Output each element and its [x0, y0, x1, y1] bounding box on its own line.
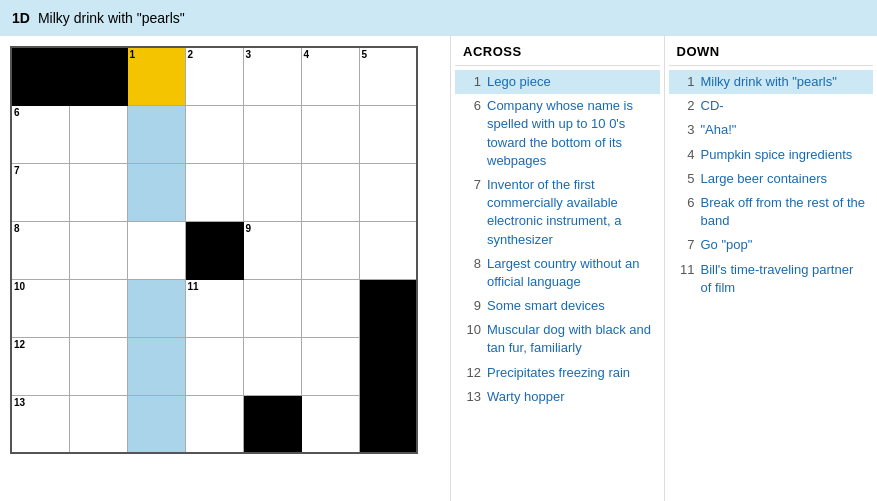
cell-r3c1[interactable]: 7: [11, 163, 69, 221]
cell-r4c6[interactable]: [301, 221, 359, 279]
clue-desc-2: CD-: [701, 97, 724, 115]
clue-num-6: 6: [463, 97, 481, 113]
clue-num-11: 11: [677, 261, 695, 277]
cell-r3c7[interactable]: [359, 163, 417, 221]
clue-num-2: 2: [677, 97, 695, 113]
cell-r2c1[interactable]: 6: [11, 105, 69, 163]
clue-desc-7: Inventor of the first commercially avail…: [487, 176, 652, 249]
grid-row-2: 6: [11, 105, 417, 163]
cell-r4c1[interactable]: 8: [11, 221, 69, 279]
cell-number-13: 13: [14, 398, 25, 408]
grid-row-7: 13: [11, 395, 417, 453]
clue-num-8: 8: [463, 255, 481, 271]
clue-desc-13: Warty hopper: [487, 388, 565, 406]
cell-r4c3[interactable]: [127, 221, 185, 279]
cell-number-3: 3: [246, 50, 252, 60]
cell-r6c6[interactable]: [301, 337, 359, 395]
clue-item-6[interactable]: 6Break off from the rest of the band: [669, 191, 874, 233]
cell-r2c2[interactable]: [69, 105, 127, 163]
cell-r7c2[interactable]: [69, 395, 127, 453]
clue-num-5: 5: [677, 170, 695, 186]
clue-num-1: 1: [463, 73, 481, 89]
clue-item-5[interactable]: 5Large beer containers: [669, 167, 874, 191]
cell-number-6: 6: [14, 108, 20, 118]
clue-desc-12: Precipitates freezing rain: [487, 364, 630, 382]
clue-item-4[interactable]: 4Pumpkin spice ingredients: [669, 143, 874, 167]
cell-r2c3[interactable]: [127, 105, 185, 163]
cell-r2c7[interactable]: [359, 105, 417, 163]
clue-item-11[interactable]: 11Bill's time-traveling partner of film: [669, 258, 874, 300]
grid-row-4: 8 9: [11, 221, 417, 279]
cell-r7c7: [359, 395, 417, 453]
clue-item-10[interactable]: 10Muscular dog with black and tan fur, f…: [455, 318, 660, 360]
clue-item-6[interactable]: 6Company whose name is spelled with up t…: [455, 94, 660, 173]
cell-r3c6[interactable]: [301, 163, 359, 221]
grid-area: 1 2 3 4 5: [0, 36, 450, 501]
cell-r1c5[interactable]: 3: [243, 47, 301, 105]
cell-r4c4: [185, 221, 243, 279]
clue-num-7: 7: [463, 176, 481, 192]
cell-r1c6[interactable]: 4: [301, 47, 359, 105]
cell-r6c3[interactable]: [127, 337, 185, 395]
clue-num-7: 7: [677, 236, 695, 252]
top-bar: 1D Milky drink with "pearls": [0, 0, 877, 36]
cell-r6c5[interactable]: [243, 337, 301, 395]
cell-number-8: 8: [14, 224, 20, 234]
clue-num-4: 4: [677, 146, 695, 162]
down-list: 1Milky drink with "pearls"2CD-3"Aha!"4Pu…: [669, 66, 874, 501]
cell-number-4: 4: [304, 50, 310, 60]
clue-item-1[interactable]: 1Lego piece: [455, 70, 660, 94]
down-title: DOWN: [669, 36, 874, 66]
cell-r7c5: [243, 395, 301, 453]
cell-r5c1[interactable]: 10: [11, 279, 69, 337]
clue-num-9: 9: [463, 297, 481, 313]
grid-row-6: 12: [11, 337, 417, 395]
clue-desc-8: Largest country without an official lang…: [487, 255, 652, 291]
clues-area: ACROSS 1Lego piece6Company whose name is…: [450, 36, 877, 501]
cell-r4c5[interactable]: 9: [243, 221, 301, 279]
cell-r6c4[interactable]: [185, 337, 243, 395]
clue-item-7[interactable]: 7Inventor of the first commercially avai…: [455, 173, 660, 252]
cell-r5c2[interactable]: [69, 279, 127, 337]
cell-r1c7[interactable]: 5: [359, 47, 417, 105]
clue-item-12[interactable]: 12Precipitates freezing rain: [455, 361, 660, 385]
clue-item-9[interactable]: 9Some smart devices: [455, 294, 660, 318]
cell-r4c7[interactable]: [359, 221, 417, 279]
clue-desc-7: Go "pop": [701, 236, 753, 254]
cell-r5c4[interactable]: 11: [185, 279, 243, 337]
main-content: 1 2 3 4 5: [0, 36, 877, 501]
cell-r7c1[interactable]: 13: [11, 395, 69, 453]
cell-r7c4[interactable]: [185, 395, 243, 453]
cell-r5c6[interactable]: [301, 279, 359, 337]
clue-desc-10: Muscular dog with black and tan fur, fam…: [487, 321, 652, 357]
clue-desc-1: Lego piece: [487, 73, 551, 91]
cell-r3c2[interactable]: [69, 163, 127, 221]
cell-r3c5[interactable]: [243, 163, 301, 221]
clue-item-13[interactable]: 13Warty hopper: [455, 385, 660, 409]
cell-r2c5[interactable]: [243, 105, 301, 163]
cell-r5c5[interactable]: [243, 279, 301, 337]
active-clue-ref: 1D: [12, 10, 30, 26]
cell-r7c6[interactable]: [301, 395, 359, 453]
cell-r2c4[interactable]: [185, 105, 243, 163]
clue-desc-3: "Aha!": [701, 121, 737, 139]
cell-r6c1[interactable]: 12: [11, 337, 69, 395]
clue-desc-1: Milky drink with "pearls": [701, 73, 837, 91]
clue-item-3[interactable]: 3"Aha!": [669, 118, 874, 142]
cell-number-10: 10: [14, 282, 25, 292]
active-clue-text: Milky drink with "pearls": [38, 10, 185, 26]
cell-r3c4[interactable]: [185, 163, 243, 221]
cell-r7c3[interactable]: [127, 395, 185, 453]
clue-item-8[interactable]: 8Largest country without an official lan…: [455, 252, 660, 294]
cell-r4c2[interactable]: [69, 221, 127, 279]
clue-item-7[interactable]: 7Go "pop": [669, 233, 874, 257]
crossword-grid[interactable]: 1 2 3 4 5: [10, 46, 418, 454]
clue-item-2[interactable]: 2CD-: [669, 94, 874, 118]
clue-item-1[interactable]: 1Milky drink with "pearls": [669, 70, 874, 94]
cell-r2c6[interactable]: [301, 105, 359, 163]
cell-r1c4[interactable]: 2: [185, 47, 243, 105]
cell-r5c3[interactable]: [127, 279, 185, 337]
cell-r1c3[interactable]: 1: [127, 47, 185, 105]
cell-r3c3[interactable]: [127, 163, 185, 221]
cell-r6c2[interactable]: [69, 337, 127, 395]
